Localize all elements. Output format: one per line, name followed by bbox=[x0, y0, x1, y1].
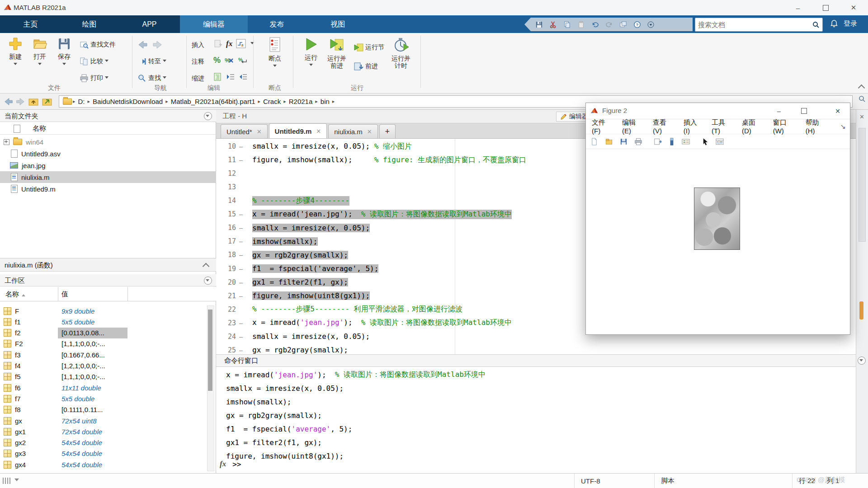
fig-property-inspector-icon[interactable] bbox=[716, 138, 724, 145]
current-folder-menu-icon[interactable] bbox=[204, 112, 212, 120]
workspace-name-column[interactable]: 名称 bbox=[5, 290, 25, 299]
expand-icon[interactable] bbox=[4, 139, 9, 145]
collapse-preview-icon[interactable] bbox=[203, 263, 210, 270]
workspace-row-f1[interactable]: f15x5 double bbox=[0, 316, 207, 327]
editor-scrollbar-thumb[interactable] bbox=[859, 128, 866, 242]
workspace-row-gx1[interactable]: gx172x54 double bbox=[0, 426, 207, 437]
indent-left-icon[interactable] bbox=[239, 73, 248, 81]
close-tab-icon[interactable]: ✕ bbox=[316, 128, 321, 135]
collapse-ribbon-icon[interactable] bbox=[858, 84, 865, 92]
doc-search-box[interactable] bbox=[695, 18, 823, 32]
rail-search-icon[interactable] bbox=[859, 95, 866, 103]
goto-button[interactable]: 转至 bbox=[137, 57, 166, 66]
maximize-button[interactable] bbox=[814, 0, 837, 15]
workspace-row-f3[interactable]: f3[0.1667,0.66... bbox=[0, 349, 207, 360]
notifications-bell-icon[interactable] bbox=[830, 19, 838, 28]
figure-window[interactable]: Figure 2 – ✕ 文件(F)编辑(E)查看(V)插入(I)工具(T)桌面… bbox=[585, 103, 850, 335]
workspace-value-column[interactable]: 值 bbox=[61, 290, 68, 299]
sign-in-link[interactable]: 登录 bbox=[844, 19, 857, 28]
workspace-row-f8[interactable]: f8[0.1111,0.11... bbox=[0, 404, 207, 415]
run-section-button[interactable]: 运行节 bbox=[354, 43, 384, 52]
fig-new-file-icon[interactable] bbox=[590, 138, 598, 145]
figure-menu-工具(T)[interactable]: 工具(T) bbox=[708, 118, 738, 135]
workspace-row-f6[interactable]: f611x11 double bbox=[0, 382, 207, 393]
command-window[interactable]: fx >> x = imread('jean.jpg'); % 读取图片：将图像… bbox=[216, 367, 856, 473]
workspace-row-f7[interactable]: f75x5 double bbox=[0, 393, 207, 404]
smart-indent-icon[interactable] bbox=[213, 73, 222, 81]
fig-pointer-icon[interactable] bbox=[702, 138, 709, 145]
workspace-row-f4[interactable]: f4[1,2,1;0,0,0;-... bbox=[0, 361, 207, 371]
fig-open-icon[interactable] bbox=[605, 138, 613, 145]
ribbon-tab-绘图[interactable]: 绘图 bbox=[68, 15, 111, 33]
new-script-button[interactable]: 新建 bbox=[4, 37, 27, 67]
save-icon[interactable] bbox=[535, 21, 543, 28]
close-pane-icon[interactable]: ✕ bbox=[859, 113, 864, 120]
uncomment-icon[interactable]: % bbox=[224, 56, 234, 65]
figure-maximize-button[interactable] bbox=[794, 103, 814, 119]
workspace-scrollbar[interactable] bbox=[207, 305, 214, 471]
editor-tab-Untitled*[interactable]: Untitled*✕ bbox=[221, 124, 268, 138]
workspace-menu-icon[interactable] bbox=[204, 277, 212, 285]
breadcrumb-segment[interactable]: Crack bbox=[261, 98, 283, 105]
forward-icon[interactable] bbox=[152, 39, 163, 50]
figure-menu-文件(F)[interactable]: 文件(F) bbox=[588, 118, 618, 135]
nav-forward-icon[interactable] bbox=[15, 97, 25, 107]
print-button[interactable]: 打印 bbox=[80, 74, 108, 83]
workspace-row-F2[interactable]: F2[1,1,1;0,0,0;-... bbox=[0, 338, 207, 349]
workspace-row-gx[interactable]: gx72x54 uint8 bbox=[0, 415, 207, 426]
workspace-row-F[interactable]: F9x9 double bbox=[0, 305, 207, 316]
grip-dropdown-icon[interactable] bbox=[14, 479, 19, 483]
browse-folder-icon[interactable] bbox=[42, 96, 52, 107]
editor-scrollbar-rail[interactable]: ✕ bbox=[856, 110, 868, 473]
close-button[interactable]: ✕ bbox=[842, 0, 865, 15]
close-tab-icon[interactable]: ✕ bbox=[367, 128, 372, 135]
breadcrumb-segment[interactable]: R2021a bbox=[287, 98, 315, 105]
minimize-button[interactable]: – bbox=[786, 0, 810, 15]
run-and-time-button[interactable]: 运行并 计时 bbox=[387, 38, 415, 69]
figure-menu-窗口(W)[interactable]: 窗口(W) bbox=[769, 118, 802, 135]
save-button[interactable]: 保存 bbox=[52, 37, 76, 67]
breakpoints-button[interactable]: 断点 bbox=[262, 37, 288, 69]
nav-back-icon[interactable] bbox=[4, 97, 14, 107]
ribbon-tab-主页[interactable]: 主页 bbox=[9, 15, 52, 33]
copy-icon[interactable] bbox=[563, 21, 571, 28]
figure-menu-overflow-icon[interactable]: ↘ bbox=[836, 122, 850, 131]
find-files-button[interactable]: 查找文件 bbox=[80, 40, 116, 49]
editor-tab-niulixia.m[interactable]: niulixia.m✕ bbox=[328, 124, 377, 138]
editor-tab-Untitled9.m[interactable]: Untitled9.m✕ bbox=[269, 123, 327, 138]
figure-menu-编辑(E)[interactable]: 编辑(E) bbox=[618, 118, 649, 135]
fig-colorbar-icon[interactable] bbox=[669, 138, 675, 145]
undo-icon[interactable] bbox=[591, 21, 599, 28]
insert-fx-icon[interactable]: fx bbox=[226, 39, 232, 48]
fig-legend-icon[interactable] bbox=[682, 138, 690, 145]
breadcrumb-segment[interactable]: D: bbox=[76, 98, 87, 105]
figure-menu-帮助(H)[interactable]: 帮助(H) bbox=[802, 118, 833, 135]
run-and-advance-button[interactable]: 运行并 前进 bbox=[323, 38, 351, 69]
breadcrumb-segment[interactable]: BaiduNetdiskDownload bbox=[91, 98, 165, 105]
find-button[interactable]: 查找 bbox=[137, 74, 166, 83]
run-button[interactable]: 运行 bbox=[299, 37, 323, 68]
insert-section-icon[interactable] bbox=[213, 39, 222, 48]
ribbon-tab-视图[interactable]: 视图 bbox=[316, 15, 359, 33]
workspace-scrollbar-thumb[interactable] bbox=[208, 310, 212, 391]
paste-icon[interactable] bbox=[577, 21, 585, 28]
fig-export-icon[interactable] bbox=[654, 138, 662, 145]
workspace-row-gx4[interactable]: gx454x54 double bbox=[0, 459, 207, 470]
compare-button[interactable]: 比较 bbox=[80, 57, 108, 66]
panel-grip[interactable] bbox=[3, 478, 19, 484]
command-window-menu-icon[interactable] bbox=[858, 357, 866, 365]
help-icon[interactable]: ? bbox=[633, 21, 641, 28]
fig-print-icon[interactable] bbox=[634, 138, 642, 145]
wrap-comment-icon[interactable]: % bbox=[238, 56, 248, 65]
comment-percent-icon[interactable]: % bbox=[213, 56, 221, 65]
code-line-25[interactable]: 25–gx = rgb2gray(smallx); bbox=[216, 343, 856, 354]
workspace-row-gx2[interactable]: gx254x54 double bbox=[0, 437, 207, 448]
workspace-row-gx3[interactable]: gx354x54 double bbox=[0, 448, 207, 459]
open-button[interactable]: 打开 bbox=[28, 37, 52, 67]
breadcrumb-segment[interactable]: bin bbox=[319, 98, 331, 105]
workspace-row-f5[interactable]: f5[1,1,1;0,0,0;-... bbox=[0, 371, 207, 382]
ribbon-tab-发布[interactable]: 发布 bbox=[255, 15, 298, 33]
switch-window-icon[interactable] bbox=[619, 21, 627, 28]
file-row-win64[interactable]: win64 bbox=[0, 136, 216, 148]
close-tab-icon[interactable]: ✕ bbox=[257, 128, 262, 135]
